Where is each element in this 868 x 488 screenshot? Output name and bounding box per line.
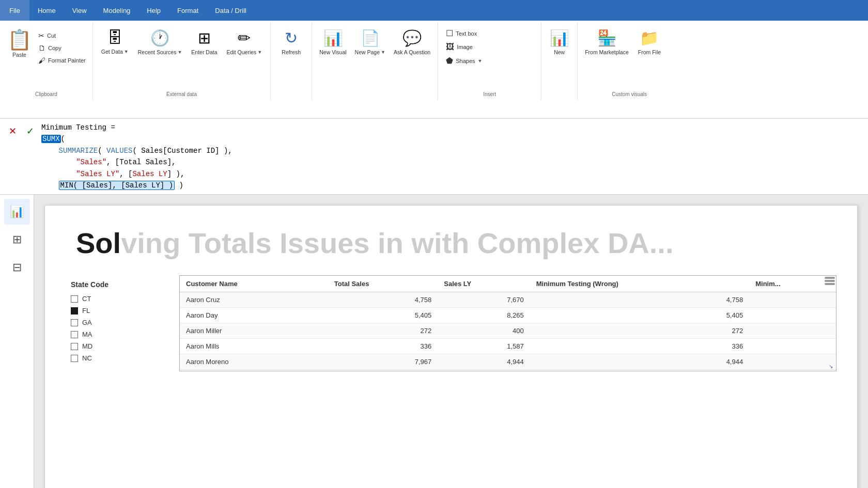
menu-home[interactable]: Home — [29, 0, 64, 21]
state-item-fl[interactable]: FL — [71, 307, 164, 314]
new-visual-icon: 📊 — [323, 29, 343, 47]
sidebar-model-view[interactable]: ⊟ — [4, 255, 30, 280]
formula-confirm-button[interactable]: ✓ — [23, 124, 37, 138]
recent-sources-icon: 🕐 — [150, 29, 169, 47]
menu-data-drill[interactable]: Data / Drill — [207, 0, 255, 21]
shapes-button[interactable]: ⬟ Shapes ▼ — [443, 54, 485, 67]
table-scrollbar[interactable] — [825, 277, 835, 285]
state-checkbox-ma[interactable] — [71, 331, 78, 338]
new-visual-button[interactable]: 📊 New Visual — [316, 27, 349, 57]
filter-title: State Code — [71, 280, 164, 289]
new-group: 📊 New — [541, 23, 578, 100]
new-page-dropdown[interactable]: ▼ — [381, 50, 385, 55]
table-header-row: Customer Name Total Sales Sales LY Minim… — [180, 276, 836, 292]
state-item-nc[interactable]: NC — [71, 354, 164, 362]
state-checkbox-md[interactable] — [71, 343, 78, 350]
new-page-icon: 📄 — [361, 29, 380, 47]
edit-queries-dropdown[interactable]: ▼ — [257, 50, 262, 55]
state-item-ga[interactable]: GA — [71, 319, 164, 326]
menu-modeling[interactable]: Modeling — [95, 0, 139, 21]
enter-data-button[interactable]: ⊞ Enter Data — [188, 27, 220, 57]
menu-format[interactable]: Format — [169, 0, 207, 21]
cell-min — [749, 308, 836, 323]
cell-total-sales: 7,967 — [328, 354, 438, 370]
cell-sales-ly: 1,587 — [438, 339, 530, 354]
external-data-label: External data — [95, 90, 269, 100]
from-marketplace-icon: 🏪 — [597, 29, 616, 47]
formula-line-name: Minimum Testing = — [41, 122, 863, 133]
format-painter-button[interactable]: 🖌 Format Painter — [36, 55, 88, 66]
formula-line-4: "Sales LY", [Sales LY] ), — [41, 168, 863, 180]
menu-view[interactable]: View — [64, 0, 95, 21]
state-code-filter: State Code CT FL GA MA — [66, 275, 169, 371]
paste-button[interactable]: 📋 Paste — [4, 28, 35, 60]
shapes-dropdown[interactable]: ▼ — [478, 58, 483, 64]
cut-button[interactable]: ✂ Cut — [36, 30, 88, 41]
refresh-button[interactable]: ↻ Refresh — [278, 27, 304, 57]
cell-total-sales: 272 — [328, 323, 438, 339]
ask-question-icon: 💬 — [402, 29, 422, 47]
table-row[interactable]: Aaron Moreno 7,967 4,944 4,944 — [180, 354, 836, 370]
image-button[interactable]: 🖼 Image — [443, 41, 475, 53]
formula-cancel-button[interactable]: ✕ — [5, 124, 20, 138]
cell-min — [749, 339, 836, 354]
sidebar-report-view[interactable]: 📊 — [4, 199, 30, 225]
data-table-container: Customer Name Total Sales Sales LY Minim… — [179, 275, 836, 371]
formula-line-3: "Sales", [Total Sales], — [41, 156, 863, 168]
ask-question-button[interactable]: 💬 Ask A Question — [391, 27, 433, 57]
col-min[interactable]: Minim... — [749, 276, 836, 292]
sidebar-data-view[interactable]: ⊞ — [4, 227, 30, 253]
state-checkbox-nc[interactable] — [71, 355, 78, 362]
page-main-title: Solving Totals Issues in with Complex DA… — [76, 226, 826, 260]
menu-help[interactable]: Help — [138, 0, 169, 21]
resize-handle[interactable]: ↘ — [829, 364, 836, 371]
copy-button[interactable]: 🗋 Copy — [36, 42, 88, 54]
new-icon: 📊 — [550, 29, 569, 47]
cell-name: Aaron Miller — [180, 323, 328, 339]
col-total-sales[interactable]: Total Sales — [328, 276, 438, 292]
state-item-md[interactable]: MD — [71, 342, 164, 350]
get-data-button[interactable]: 🗄 Get Data ▼ — [98, 27, 132, 57]
cell-total-sales: 4,758 — [328, 292, 438, 308]
get-data-dropdown[interactable]: ▼ — [124, 49, 129, 54]
col-customer-name[interactable]: Customer Name — [180, 276, 328, 292]
table-row[interactable]: Aaron Mills 336 1,587 336 — [180, 339, 836, 354]
formula-content[interactable]: Minimum Testing = SUMX( SUMMARIZE( VALUE… — [41, 122, 863, 191]
new-page-group: 📊 New Visual 📄 New Page ▼ 💬 Ask A Questi… — [312, 23, 438, 100]
image-icon: 🖼 — [446, 42, 454, 52]
menu-file[interactable]: File — [0, 0, 29, 21]
state-checkbox-ga[interactable] — [71, 319, 78, 326]
col-min-wrong[interactable]: Minimum Testing (Wrong) — [530, 276, 749, 292]
state-checkbox-fl[interactable] — [71, 307, 78, 314]
text-box-button[interactable]: ☐ Text box — [443, 27, 479, 40]
col-sales-ly[interactable]: Sales LY — [438, 276, 530, 292]
cell-min — [749, 354, 836, 370]
formula-line-2: SUMMARIZE( VALUES( Sales[Customer ID] ), — [41, 145, 863, 156]
recent-sources-dropdown[interactable]: ▼ — [177, 50, 182, 55]
cell-name: Aaron Mills — [180, 339, 328, 354]
from-file-button[interactable]: 📁 From File — [635, 27, 664, 57]
from-marketplace-button[interactable]: 🏪 From Marketplace — [582, 27, 632, 57]
recent-sources-button[interactable]: 🕐 Recent Sources ▼ — [135, 27, 185, 57]
cut-icon: ✂ — [38, 32, 44, 40]
cell-min-wrong: 336 — [530, 339, 749, 354]
new-button[interactable]: 📊 New — [547, 27, 572, 57]
edit-queries-button[interactable]: ✏ Edit Queries ▼ — [224, 27, 266, 57]
table-row[interactable]: Aaron Cruz 4,758 7,670 4,758 — [180, 292, 836, 308]
cell-min-wrong: 5,405 — [530, 308, 749, 323]
state-item-ma[interactable]: MA — [71, 330, 164, 338]
cell-name: Aaron Moreno — [180, 354, 328, 370]
paste-icon: 📋 — [7, 30, 32, 50]
clipboard-group: 📋 Paste ✂ Cut 🗋 Copy 🖌 Format Painter — [0, 23, 93, 100]
main-layout: 📊 ⊞ ⊟ Solving Totals Issues in with Comp… — [0, 195, 868, 488]
state-item-ct[interactable]: CT — [71, 295, 164, 303]
canvas-page: Solving Totals Issues in with Complex DA… — [44, 205, 858, 488]
get-data-icon: 🗄 — [107, 29, 122, 46]
table-row[interactable]: Aaron Day 5,405 8,265 5,405 — [180, 308, 836, 323]
state-checkbox-ct[interactable] — [71, 295, 78, 303]
data-table: Customer Name Total Sales Sales LY Minim… — [180, 276, 836, 370]
sidebar: 📊 ⊞ ⊟ — [0, 195, 34, 488]
table-row[interactable]: Aaron Miller 272 400 272 — [180, 323, 836, 339]
cell-min-wrong: 4,944 — [530, 354, 749, 370]
new-page-button[interactable]: 📄 New Page ▼ — [352, 27, 389, 57]
